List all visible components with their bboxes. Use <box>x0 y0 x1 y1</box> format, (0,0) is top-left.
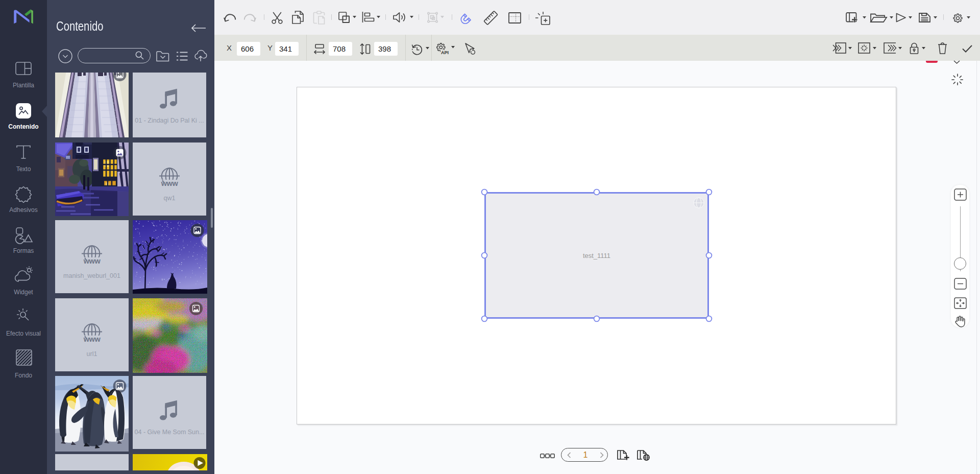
svg-text:url1: url1 <box>87 350 97 358</box>
svg-text:04 - Give Me Som Sun...: 04 - Give Me Som Sun... <box>135 429 205 436</box>
svg-text:01 - Zindagi Do Pal Ki ...: 01 - Zindagi Do Pal Ki ... <box>135 117 204 124</box>
svg-text:www: www <box>161 179 179 187</box>
svg-text:qw1: qw1 <box>164 195 176 202</box>
svg-text:www: www <box>83 257 101 265</box>
svg-text:manish_weburl_001: manish_weburl_001 <box>63 272 120 279</box>
svg-text:www: www <box>83 335 101 343</box>
